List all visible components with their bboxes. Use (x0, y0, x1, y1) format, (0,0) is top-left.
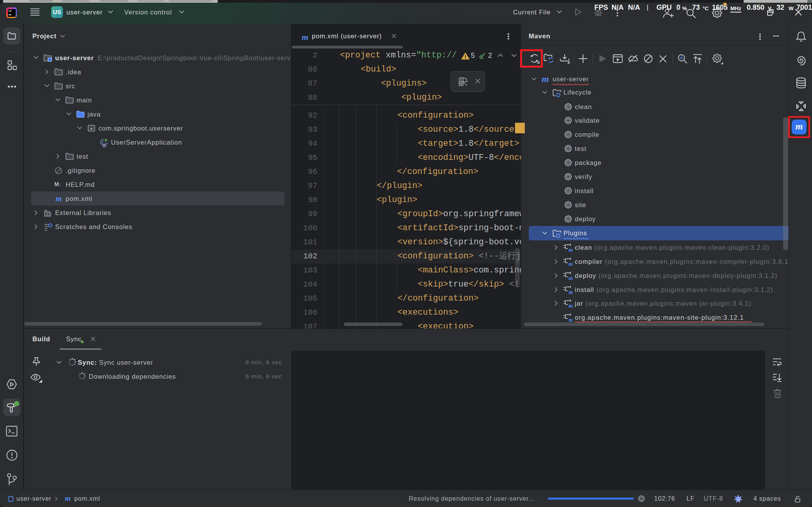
svg-text:m: m (569, 247, 573, 252)
svg-text:m: m (569, 317, 573, 322)
svg-text:m: m (569, 275, 573, 280)
svg-text:m: m (569, 303, 573, 308)
svg-text:m: m (569, 261, 573, 266)
svg-text:m: m (569, 289, 573, 294)
